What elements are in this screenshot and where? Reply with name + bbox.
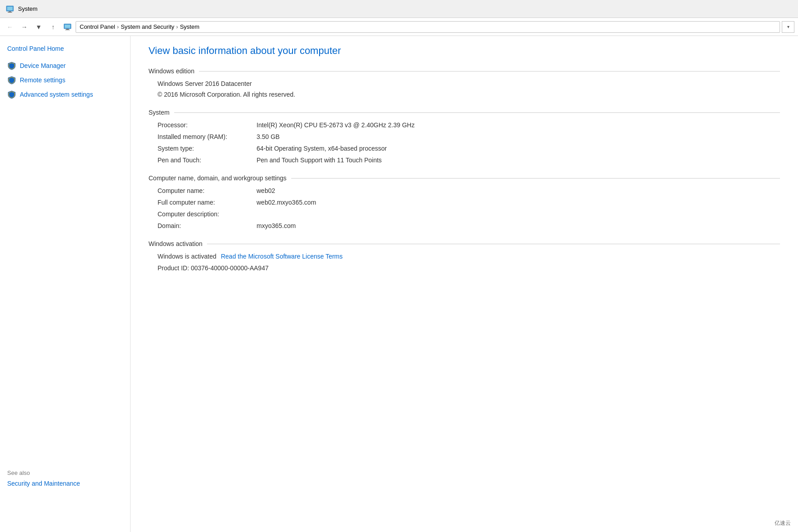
page-title: View basic information about your comput…: [149, 45, 780, 57]
control-panel-home-link[interactable]: Control Panel Home: [7, 45, 123, 52]
computer-name-title: Computer name, domain, and workgroup set…: [149, 174, 287, 182]
shield-icon-advanced-settings: [7, 90, 16, 99]
sidebar-item-remote-settings[interactable]: Remote settings: [7, 76, 123, 85]
address-path[interactable]: Control Panel › System and Security › Sy…: [76, 21, 780, 33]
computer-name-section: Computer name, domain, and workgroup set…: [149, 174, 780, 229]
full-computer-name-value: web02.mxyo365.com: [257, 199, 316, 206]
edition-copyright: © 2016 Microsoft Corporation. All rights…: [149, 91, 780, 98]
edition-name: Windows Server 2016 Datacenter: [149, 80, 780, 87]
svg-rect-6: [66, 29, 69, 30]
system-header: System: [149, 109, 780, 116]
windows-edition-section: Windows edition Windows Server 2016 Data…: [149, 67, 780, 98]
system-title: System: [149, 109, 170, 116]
taskbar-watermark: 亿速云: [708, 514, 798, 532]
path-system: System: [180, 23, 199, 30]
product-id-text: Product ID: 00376-40000-00000-AA947: [158, 264, 269, 272]
windows-activation-section: Windows activation Windows is activated …: [149, 240, 780, 272]
sidebar-item-advanced-system-settings[interactable]: Advanced system settings: [7, 90, 123, 99]
computer-name-row: Computer name: web02: [149, 187, 780, 194]
full-computer-name-row: Full computer name: web02.mxyo365.com: [149, 199, 780, 206]
sidebar: Control Panel Home Device Manager Remote…: [0, 36, 131, 532]
back-button[interactable]: ←: [4, 21, 16, 33]
computer-name-label: Computer name:: [158, 187, 257, 194]
pen-touch-label: Pen and Touch:: [158, 156, 257, 164]
license-terms-link[interactable]: Read the Microsoft Software License Term…: [221, 253, 343, 260]
up-button[interactable]: ↑: [47, 21, 59, 33]
processor-label: Processor:: [158, 121, 257, 129]
full-computer-name-label: Full computer name:: [158, 199, 257, 206]
activation-status-text: Windows is activated: [158, 253, 216, 260]
sidebar-item-device-manager[interactable]: Device Manager: [7, 61, 123, 70]
windows-activation-title: Windows activation: [149, 240, 203, 247]
see-also-section: See also Security and Maintenance: [7, 460, 80, 487]
watermark-text: 亿速云: [775, 519, 791, 527]
main-container: Control Panel Home Device Manager Remote…: [0, 36, 798, 532]
recent-locations-button[interactable]: ▼: [32, 21, 45, 33]
computer-name-line: [291, 178, 780, 179]
windows-activation-header: Windows activation: [149, 240, 780, 247]
shield-icon-device-manager: [7, 61, 16, 70]
svg-rect-2: [9, 11, 11, 12]
pen-touch-value: Pen and Touch Support with 11 Touch Poin…: [257, 156, 382, 164]
system-type-value: 64-bit Operating System, x64-based proce…: [257, 145, 387, 152]
advanced-system-settings-label: Advanced system settings: [20, 91, 93, 98]
windows-edition-line: [199, 71, 780, 72]
svg-rect-5: [65, 25, 70, 28]
path-control-panel: Control Panel: [80, 23, 115, 30]
system-title-icon: [5, 4, 14, 13]
address-bar: ← → ▼ ↑ Control Panel › System and Secur…: [0, 18, 798, 36]
computer-description-label: Computer description:: [158, 210, 257, 218]
see-also-title: See also: [7, 469, 80, 476]
device-manager-label: Device Manager: [20, 62, 66, 69]
svg-rect-1: [7, 7, 13, 10]
product-id-row: Product ID: 00376-40000-00000-AA947: [149, 264, 780, 272]
computer-name-value: web02: [257, 187, 275, 194]
domain-row: Domain: mxyo365.com: [149, 222, 780, 229]
system-line: [174, 112, 780, 113]
windows-edition-header: Windows edition: [149, 67, 780, 75]
shield-icon-remote-settings: [7, 76, 16, 85]
title-bar-text: System: [18, 5, 37, 12]
system-section: System Processor: Intel(R) Xeon(R) CPU E…: [149, 109, 780, 164]
address-dropdown-button[interactable]: ▾: [782, 21, 794, 33]
system-type-label: System type:: [158, 145, 257, 152]
remote-settings-label: Remote settings: [20, 76, 65, 84]
processor-row: Processor: Intel(R) Xeon(R) CPU E5-2673 …: [149, 121, 780, 129]
pen-touch-row: Pen and Touch: Pen and Touch Support wit…: [149, 156, 780, 164]
system-type-row: System type: 64-bit Operating System, x6…: [149, 145, 780, 152]
windows-edition-title: Windows edition: [149, 67, 194, 75]
svg-rect-7: [65, 30, 70, 30]
domain-value: mxyo365.com: [257, 222, 296, 229]
security-maintenance-link[interactable]: Security and Maintenance: [7, 480, 80, 487]
ram-value: 3.50 GB: [257, 133, 280, 140]
forward-button[interactable]: →: [18, 21, 31, 33]
computer-name-header: Computer name, domain, and workgroup set…: [149, 174, 780, 182]
activation-inline: Windows is activated Read the Microsoft …: [158, 253, 780, 260]
path-system-security: System and Security: [121, 23, 174, 30]
ram-row: Installed memory (RAM): 3.50 GB: [149, 133, 780, 140]
ram-label: Installed memory (RAM):: [158, 133, 257, 140]
windows-activation-line: [207, 244, 780, 244]
domain-label: Domain:: [158, 222, 257, 229]
content-area: View basic information about your comput…: [131, 36, 798, 532]
svg-rect-3: [8, 12, 12, 13]
activation-status-row: Windows is activated Read the Microsoft …: [149, 253, 780, 260]
title-bar: System: [0, 0, 798, 18]
computer-description-row: Computer description:: [149, 210, 780, 218]
processor-value: Intel(R) Xeon(R) CPU E5-2673 v3 @ 2.40GH…: [257, 121, 415, 129]
pc-icon: [63, 22, 72, 31]
